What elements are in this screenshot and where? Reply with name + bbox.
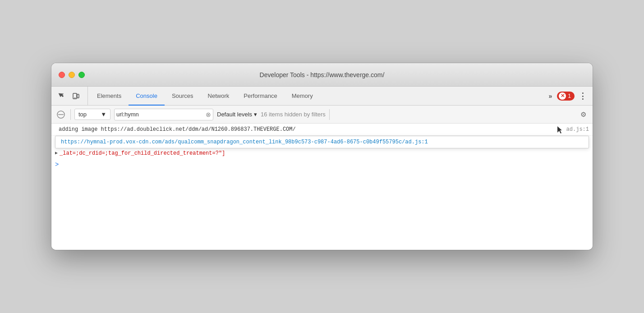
maximize-button[interactable] <box>78 72 85 78</box>
log-entry-3: _lat=;dc_rdid=;tag_for_child_directed_tr… <box>51 148 593 158</box>
error-x-icon: ✕ <box>559 92 566 100</box>
inspect-icon[interactable] <box>55 90 68 102</box>
traffic-lights <box>59 72 85 78</box>
more-tabs-button[interactable]: » <box>546 91 556 101</box>
toolbar-divider-2 <box>329 109 330 120</box>
tab-sources[interactable]: Sources <box>165 87 201 106</box>
console-prompt[interactable]: > <box>51 158 593 171</box>
console-area: adding image https://ad.doubleclick.net/… <box>51 124 593 250</box>
log-text-1: adding image https://ad.doubleclick.net/… <box>59 125 563 133</box>
clear-console-button[interactable] <box>55 109 67 120</box>
filter-input[interactable] <box>116 111 206 118</box>
log-row-1: adding image https://ad.doubleclick.net/… <box>51 124 593 136</box>
toolbar-icons <box>55 87 88 105</box>
log-text-3: _lat=;dc_rdid=;tag_for_child_directed_tr… <box>60 150 225 156</box>
clear-filter-button[interactable]: ⊗ <box>206 111 211 118</box>
device-icon[interactable] <box>69 90 82 102</box>
kebab-menu-button[interactable]: ⋮ <box>576 90 589 102</box>
tab-performance[interactable]: Performance <box>236 87 284 106</box>
toolbar-right: » ✕ 1 ⋮ <box>546 87 589 105</box>
console-toolbar: top ▼ ⊗ Default levels ▾ 16 items hidden… <box>51 106 593 124</box>
hidden-items-text: 16 items hidden by filters <box>261 111 326 118</box>
log-entry-1: adding image https://ad.doubleclick.net/… <box>51 124 593 148</box>
svg-rect-1 <box>77 94 79 98</box>
svg-marker-5 <box>557 126 562 133</box>
expand-arrow[interactable] <box>55 150 58 156</box>
log-source-1: ad.js:1 <box>566 125 589 133</box>
error-badge[interactable]: ✕ 1 <box>557 92 575 101</box>
tab-memory[interactable]: Memory <box>285 87 320 106</box>
tab-bar: Elements Console Sources Network Perform… <box>51 87 593 106</box>
cursor-icon <box>557 126 562 133</box>
filter-input-wrap: ⊗ <box>114 109 213 120</box>
close-button[interactable] <box>59 72 65 78</box>
tab-network[interactable]: Network <box>201 87 237 106</box>
prompt-caret: > <box>55 161 59 168</box>
tabs: Elements Console Sources Network Perform… <box>90 87 546 105</box>
toolbar-divider <box>70 109 71 120</box>
context-selector[interactable]: top ▼ <box>74 109 110 120</box>
title-bar: Developer Tools - https://www.theverge.c… <box>51 63 593 87</box>
tab-elements[interactable]: Elements <box>90 87 129 106</box>
console-settings-button[interactable]: ⚙ <box>577 109 589 120</box>
window-title: Developer Tools - https://www.theverge.c… <box>260 71 385 78</box>
tab-console[interactable]: Console <box>129 87 165 106</box>
minimize-button[interactable] <box>69 72 75 78</box>
devtools-window: Developer Tools - https://www.theverge.c… <box>51 63 593 250</box>
url-tooltip: https://hymnal-prod.vox-cdn.com/ads/qual… <box>55 136 589 148</box>
default-levels-dropdown[interactable]: Default levels ▾ <box>217 111 257 118</box>
